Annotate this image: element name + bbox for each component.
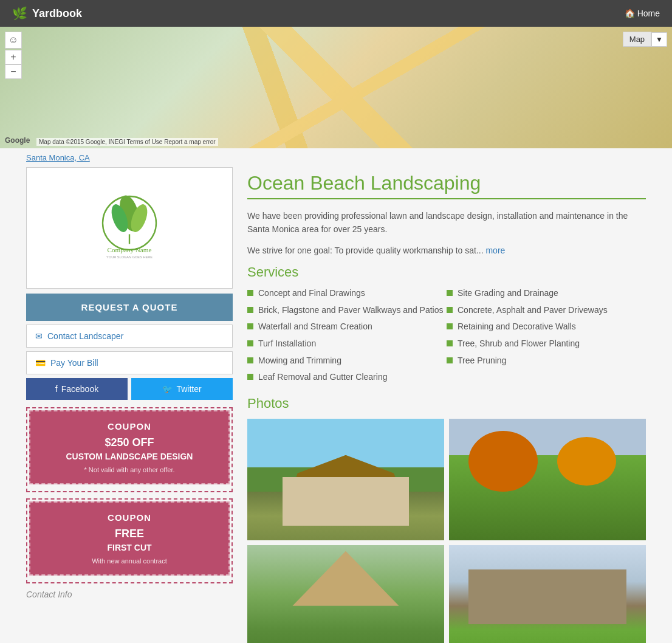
photos-section: Photos [247, 396, 646, 643]
zoom-out-button[interactable]: − [5, 64, 22, 79]
photo-4[interactable] [449, 545, 646, 643]
list-item: Turf Installation [247, 338, 447, 350]
coupon-1-note: * Not valid with any other offer. [40, 466, 219, 473]
service-bullet [247, 323, 253, 329]
home-icon: 🏠 [625, 9, 637, 18]
list-item: Retaining and Decorative Walls [447, 321, 646, 333]
services-right-column: Site Grading and Drainage Concrete, Asph… [447, 287, 646, 383]
list-item: Concept and Final Drawings [247, 287, 447, 300]
service-bullet [447, 290, 453, 296]
left-sidebar: Company Name YOUR SLOGAN GOES HERE REQUE… [26, 167, 233, 599]
company-logo: Company Name YOUR SLOGAN GOES HERE [75, 179, 184, 277]
twitter-button[interactable]: 🐦 Twitter [131, 378, 233, 400]
coupon-1: COUPON $250 OFF CUSTOM LANDSCAPE DESIGN … [29, 410, 230, 484]
coupon-2-title: COUPON [40, 512, 219, 523]
photo-2[interactable] [449, 419, 646, 540]
services-left-column: Concept and Final Drawings Brick, Flagst… [247, 287, 447, 383]
company-logo-box: Company Name YOUR SLOGAN GOES HERE [26, 167, 233, 289]
coupon-1-amount: $250 OFF [40, 436, 219, 449]
coupon-2-outer: COUPON FREE FIRST CUT With new annual co… [26, 498, 233, 583]
list-item: Brick, Flagstone and Paver Walkways and … [247, 304, 447, 317]
list-item: Concrete, Asphalt and Paver Driveways [447, 304, 646, 317]
logo-text: Yardbook [32, 7, 82, 20]
list-item: Tree Pruning [447, 355, 646, 367]
list-item: Waterfall and Stream Creation [247, 321, 447, 333]
coupon-1-title: COUPON [40, 421, 219, 432]
list-item: Leaf Removal and Gutter Clearing [247, 371, 447, 383]
map-container: ☺ + − Map ▼ Google Map data ©2015 Google… [0, 27, 672, 148]
twitter-icon: 🐦 [162, 384, 173, 394]
photo-1[interactable] [247, 419, 444, 540]
right-content: Ocean Beach Landscaping We have been pro… [247, 167, 646, 643]
list-item: Tree, Shrub and Flower Planting [447, 338, 646, 350]
social-buttons: f Facebook 🐦 Twitter [26, 378, 233, 400]
map-background [0, 27, 672, 148]
request-quote-button[interactable]: REQUEST A QUOTE [26, 294, 233, 321]
facebook-icon: f [55, 384, 58, 394]
services-section: Services Concept and Final Drawings Bric… [247, 264, 646, 383]
service-bullet [247, 290, 253, 296]
site-logo[interactable]: 🌿 Yardbook [12, 6, 82, 21]
more-link[interactable]: more [485, 246, 505, 255]
coupon-2: COUPON FREE FIRST CUT With new annual co… [29, 501, 230, 576]
services-grid: Concept and Final Drawings Brick, Flagst… [247, 287, 646, 383]
site-header: 🌿 Yardbook 🏠 Home [0, 0, 672, 27]
services-title: Services [247, 264, 646, 280]
credit-card-icon: 💳 [35, 358, 46, 368]
facebook-button[interactable]: f Facebook [26, 378, 128, 400]
pay-bill-button[interactable]: 💳 Pay Your Bill [26, 351, 233, 374]
map-type-dropdown[interactable]: ▼ [651, 32, 667, 47]
photo-3[interactable] [247, 545, 444, 643]
list-item: Site Grading and Drainage [447, 287, 646, 300]
map-attribution: Map data ©2015 Google, INEGI Terms of Us… [36, 138, 218, 146]
header-nav: 🏠 Home [625, 9, 660, 18]
svg-text:YOUR SLOGAN GOES HERE: YOUR SLOGAN GOES HERE [106, 255, 153, 259]
service-bullet [247, 340, 253, 346]
map-type-control: Map ▼ [623, 32, 667, 47]
company-description-2: We strive for one goal: To provide quali… [247, 244, 646, 257]
company-description-1: We have been providing professional lawn… [247, 209, 646, 236]
map-type-map-button[interactable]: Map [623, 32, 651, 47]
map-drag-icon[interactable]: ☺ [5, 32, 22, 49]
service-bullet [447, 340, 453, 346]
google-logo: Google [5, 136, 30, 145]
service-bullet [247, 307, 253, 313]
service-bullet [447, 357, 453, 363]
contact-info-label: Contact Info [26, 590, 233, 599]
svg-text:Company Name: Company Name [107, 246, 151, 253]
company-name-underline [247, 198, 646, 199]
service-bullet [447, 307, 453, 313]
zoom-in-button[interactable]: + [5, 50, 22, 64]
map-zoom: + − [5, 50, 22, 79]
logo-svg: Company Name YOUR SLOGAN GOES HERE [81, 191, 178, 264]
photos-title: Photos [247, 396, 646, 411]
coupon-2-amount: FREE [40, 528, 219, 540]
home-nav-link[interactable]: 🏠 Home [625, 9, 660, 18]
service-bullet [447, 323, 453, 329]
coupon-2-description: FIRST CUT [40, 543, 219, 552]
leaf-icon: 🌿 [12, 6, 27, 21]
service-bullet [247, 374, 253, 380]
list-item: Mowing and Trimming [247, 355, 447, 367]
map-controls: ☺ + − [5, 32, 22, 79]
photos-grid [247, 419, 646, 643]
coupon-1-outer: COUPON $250 OFF CUSTOM LANDSCAPE DESIGN … [26, 407, 233, 492]
coupon-1-description: CUSTOM LANDSCAPE DESIGN [40, 452, 219, 461]
location-text[interactable]: Santa Monica, CA [26, 148, 646, 167]
company-name: Ocean Beach Landscaping [247, 172, 646, 194]
email-icon: ✉ [35, 331, 43, 341]
coupon-2-note: With new annual contract [40, 557, 219, 565]
content-area: Santa Monica, CA [14, 148, 658, 643]
contact-landscaper-button[interactable]: ✉ Contact Landscaper [26, 325, 233, 348]
service-bullet [247, 357, 253, 363]
main-layout: Company Name YOUR SLOGAN GOES HERE REQUE… [26, 167, 646, 643]
